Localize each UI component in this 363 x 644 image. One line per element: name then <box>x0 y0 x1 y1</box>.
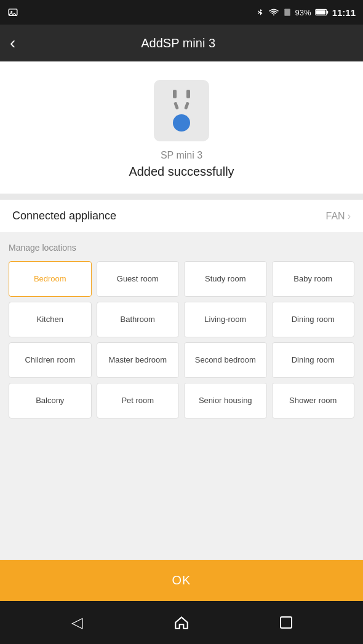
back-button[interactable]: ‹ <box>10 33 15 53</box>
battery-text: 93% <box>295 8 311 17</box>
plug-angled-pins <box>175 102 188 109</box>
appliance-bar: Connected appliance FAN › <box>0 200 363 233</box>
nav-recents-button[interactable] <box>274 610 298 635</box>
plug-pin-left <box>173 90 177 98</box>
nav-home-button[interactable] <box>169 610 194 635</box>
app-header: ‹ AddSP mini 3 <box>0 25 363 61</box>
wifi-icon <box>268 8 279 17</box>
page-title: AddSP mini 3 <box>28 36 329 50</box>
svg-rect-4 <box>326 11 327 14</box>
appliance-label: Connected appliance <box>12 210 116 222</box>
device-status: Added successfully <box>129 165 234 179</box>
plug-angled-left <box>174 102 179 110</box>
device-model: SP mini 3 <box>161 150 202 161</box>
location-item-second-bedroom[interactable]: Second bedroom <box>184 342 267 378</box>
location-item-pet-room[interactable]: Pet room <box>97 383 180 418</box>
plug-top-pins <box>173 90 190 98</box>
location-item-senior-housing[interactable]: Senior housing <box>184 383 267 418</box>
location-item-kitchen[interactable]: Kitchen <box>9 302 92 337</box>
location-item-dining-room-2[interactable]: Dining room <box>272 342 355 378</box>
plug-button-indicator <box>173 114 190 132</box>
time-display: 11:11 <box>332 7 356 18</box>
location-item-children-room[interactable]: Children room <box>9 342 92 378</box>
recents-icon <box>279 615 293 630</box>
battery-icon <box>315 9 329 16</box>
chevron-right-icon: › <box>348 211 351 222</box>
locations-grid: BedroomGuest roomStudy roomBaby roomKitc… <box>9 261 354 418</box>
location-item-dining-room-1[interactable]: Dining room <box>272 302 355 337</box>
bluetooth-icon <box>256 7 265 18</box>
status-left <box>7 7 18 18</box>
status-bar: 93% 11:11 <box>0 0 363 25</box>
location-item-shower-room[interactable]: Shower room <box>272 383 355 418</box>
photo-icon <box>7 7 18 18</box>
location-item-living-room[interactable]: Living-room <box>184 302 267 337</box>
home-icon <box>174 615 189 630</box>
appliance-value[interactable]: FAN › <box>326 211 351 222</box>
location-item-master-bedroom[interactable]: Master bedroom <box>97 342 180 378</box>
location-item-baby-room[interactable]: Baby room <box>272 261 355 297</box>
sim-icon <box>283 7 292 17</box>
location-item-bathroom[interactable]: Bathroom <box>97 302 180 337</box>
svg-rect-6 <box>281 617 292 628</box>
status-right: 93% 11:11 <box>256 7 356 18</box>
ok-button[interactable]: OK <box>0 560 363 601</box>
bottom-nav: ◁ <box>0 601 363 644</box>
locations-title: Manage locations <box>9 243 354 253</box>
location-item-bedroom[interactable]: Bedroom <box>9 261 92 297</box>
section-divider <box>0 194 363 200</box>
svg-rect-5 <box>316 10 325 14</box>
location-item-study-room[interactable]: Study room <box>184 261 267 297</box>
plug-pin-right <box>186 90 190 98</box>
device-image <box>154 80 209 141</box>
location-item-guest-room[interactable]: Guest room <box>97 261 180 297</box>
plug-angled-right <box>184 102 189 110</box>
locations-section: Manage locations BedroomGuest roomStudy … <box>0 233 363 560</box>
svg-rect-2 <box>284 9 290 16</box>
location-item-balcony[interactable]: Balcony <box>9 383 92 418</box>
nav-back-button[interactable]: ◁ <box>65 610 89 635</box>
device-section: SP mini 3 Added successfully <box>0 61 363 194</box>
appliance-type: FAN <box>326 211 345 222</box>
